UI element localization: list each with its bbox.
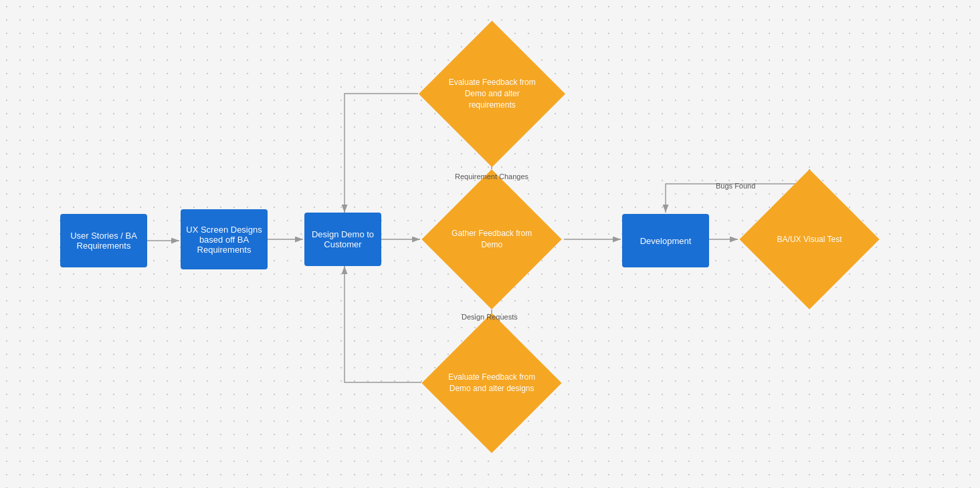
node-design-demo[interactable]: Design Demo to Customer — [304, 213, 381, 266]
flowchart: User Stories / BA Requirements UX Screen… — [0, 0, 980, 488]
node-ba-ux-test[interactable]: BA/UX Visual Test — [738, 169, 881, 310]
node-eval-designs[interactable]: Evaluate Feedback from Demo and alter de… — [421, 313, 562, 453]
label-bugs-found: Bugs Found — [716, 182, 755, 190]
node-gather-feedback[interactable]: Gather Feedback from Demo — [421, 169, 562, 310]
label-design-requests: Design Requests — [462, 313, 518, 321]
node-ux-screen[interactable]: UX Screen Designs based off BA Requireme… — [181, 209, 268, 269]
label-requirement-changes: Requirement Changes — [455, 172, 528, 180]
node-development[interactable]: Development — [622, 214, 709, 267]
node-user-stories[interactable]: User Stories / BA Requirements — [60, 214, 147, 267]
node-eval-requirements[interactable]: Evaluate Feedback from Demo and alter re… — [418, 23, 565, 164]
